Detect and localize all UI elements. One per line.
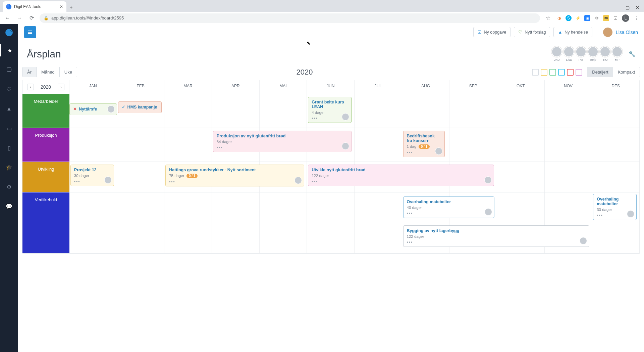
timeline-rows: Medarbeider✕Nyttårsfe✓HMS kampanjeGrønt … xyxy=(22,94,640,253)
sidebar-item-idea[interactable]: ♡ xyxy=(0,83,18,95)
density-option[interactable]: Kompakt xyxy=(613,67,640,77)
ext-icon-1[interactable]: ◑ xyxy=(556,15,562,21)
menu-icon[interactable]: ⋮ xyxy=(633,15,641,21)
svg-point-0 xyxy=(5,29,13,36)
ext-icon-bolt[interactable]: ⚡ xyxy=(575,15,581,21)
member[interactable]: TIO xyxy=(600,46,610,61)
calendar-icon: ▭ xyxy=(7,125,12,132)
card-title: ✓HMS kampanje xyxy=(122,104,158,109)
member[interactable]: MP xyxy=(612,46,623,61)
card-meta: 122 dager xyxy=(407,234,586,238)
controls-row: ÅrMånedUke 2020 DetaljertKompakt xyxy=(18,64,644,80)
hamburger-button[interactable] xyxy=(24,26,36,38)
page-title: Årsplan xyxy=(27,48,61,60)
new-suggestion-button[interactable]: ♡ Nytt forslag xyxy=(514,27,550,37)
more-dots-icon[interactable]: ••• xyxy=(407,240,586,245)
ext-icon-video[interactable]: ▣ xyxy=(584,15,590,21)
more-dots-icon[interactable]: ••• xyxy=(407,211,491,216)
color-chip[interactable] xyxy=(549,69,556,76)
cogs-icon: ⚙ xyxy=(7,184,11,190)
task-card[interactable]: ✕Nyttårsfe xyxy=(69,103,117,115)
new-tab-button[interactable]: + xyxy=(66,3,76,12)
window-controls: — ▢ ✕ xyxy=(615,5,644,12)
member[interactable]: Terje xyxy=(588,46,598,61)
card-avatar-icon xyxy=(294,177,302,184)
sidebar-item-star[interactable]: ★ xyxy=(0,44,18,56)
lightbulb-icon: ♡ xyxy=(7,86,11,93)
card-avatar-icon xyxy=(342,142,349,150)
close-tab-icon[interactable]: ✕ xyxy=(60,4,63,9)
task-card[interactable]: Overhaling matebelter30 dager••• xyxy=(593,194,637,220)
url-input[interactable]: 🔒 app.digilean.tools/#/index/board/2595 xyxy=(40,13,540,23)
lightbulb-icon: ♡ xyxy=(518,30,522,35)
sidebar-item-monitor[interactable]: 🖵 xyxy=(0,64,18,76)
extensions: ◑ S ⚡ ▣ ⚙ 38 ⚿ L ⋮ xyxy=(556,14,641,22)
close-window-icon[interactable]: ✕ xyxy=(636,5,639,10)
view-option[interactable]: Måned xyxy=(37,67,60,77)
view-option[interactable]: Uke xyxy=(60,67,77,77)
card-title: Prosjekt 12 xyxy=(74,168,110,172)
row-label: Medarbeider xyxy=(22,94,69,128)
month-header: MAR xyxy=(164,80,212,94)
card-meta: 122 dager xyxy=(312,174,490,178)
sidebar-item-doc[interactable]: ▯ xyxy=(0,142,18,154)
view-toggle: ÅrMånedUke xyxy=(22,67,77,77)
sidebar-item-settings[interactable]: ⚙ xyxy=(0,181,18,193)
member[interactable]: Per xyxy=(576,46,586,61)
warning-icon: ▲ xyxy=(6,106,12,112)
task-card[interactable]: Prosjekt 1230 dager••• xyxy=(70,165,114,186)
card-title: Overhaling matebelter xyxy=(597,197,633,206)
minimize-icon[interactable]: — xyxy=(615,5,620,10)
task-card[interactable]: Grønt belte kurs LEAN4 dager••• xyxy=(308,97,352,123)
color-chip[interactable] xyxy=(532,69,539,76)
color-chip[interactable] xyxy=(558,69,565,76)
status-icon: ✕ xyxy=(73,106,77,112)
ext-icon-skype[interactable]: S xyxy=(566,15,572,21)
prev-year-button[interactable]: ‹ xyxy=(27,84,34,90)
task-card[interactable]: Bygging av nytt lagerbygg122 dager••• xyxy=(403,225,589,247)
task-card[interactable]: Utvikle nytt glutenfritt brød122 dager••… xyxy=(308,165,494,186)
sidebar-item-chat[interactable]: 💬 xyxy=(0,200,18,212)
settings-wrench-icon[interactable]: 🔧 xyxy=(629,51,635,57)
star-icon[interactable]: ☆ xyxy=(544,15,552,21)
ext-icon-cal[interactable]: 38 xyxy=(603,15,609,21)
card-title: Utvikle nytt glutenfritt brød xyxy=(312,168,490,172)
maximize-icon[interactable]: ▢ xyxy=(626,5,630,10)
timeline-header: ‹2020›JANFEBMARAPRMAIJUNJULAUGSEPOKTNOVD… xyxy=(22,80,640,94)
new-event-button[interactable]: ▲ Ny hendelse xyxy=(553,27,592,37)
back-button[interactable]: ← xyxy=(3,15,11,21)
color-chip[interactable] xyxy=(576,69,582,76)
color-chip[interactable] xyxy=(541,69,547,76)
task-card[interactable]: ✓HMS kampanje xyxy=(118,101,162,113)
ext-icon-gear[interactable]: ⚙ xyxy=(594,15,600,21)
more-dots-icon[interactable]: ••• xyxy=(312,179,490,184)
task-card[interactable]: Bedriftsbesøk fra konsern1 dag 0 / 1••• xyxy=(403,131,445,157)
row-label: Vedlikehold xyxy=(22,192,69,253)
task-card[interactable]: Overhaling matebelter40 dager••• xyxy=(403,196,494,218)
task-card[interactable]: Hattings grove rundstykker - Nytt sortim… xyxy=(165,165,304,186)
sidebar-item-warning[interactable]: ▲ xyxy=(0,103,18,115)
more-dots-icon[interactable]: ••• xyxy=(217,145,348,150)
view-option[interactable]: År xyxy=(22,67,37,77)
new-task-button[interactable]: ☑ Ny oppgave xyxy=(473,27,511,37)
timeline-row: ProduksjonProduksjon av nytt glutenfritt… xyxy=(22,128,640,162)
ext-icon-key[interactable]: ⚿ xyxy=(612,15,619,21)
member[interactable]: JKD xyxy=(551,46,562,61)
profile-icon[interactable]: L xyxy=(622,14,629,22)
browser-tab[interactable]: DigiLEAN.tools ✕ xyxy=(3,1,66,12)
next-year-button[interactable]: › xyxy=(58,84,64,90)
member-name: Terje xyxy=(590,58,596,61)
density-option[interactable]: Detaljert xyxy=(587,67,613,77)
member-name: Per xyxy=(579,58,583,61)
task-card[interactable]: Produksjon av nytt glutenfritt brød84 da… xyxy=(213,131,352,152)
more-dots-icon[interactable]: ••• xyxy=(169,179,301,184)
member[interactable]: Lisa xyxy=(564,46,574,61)
sidebar-item-learn[interactable]: 🎓 xyxy=(0,161,18,173)
member-name: JKD xyxy=(554,58,559,61)
user-chip[interactable]: Lisa Olsen xyxy=(603,28,638,37)
reload-button[interactable]: ⟳ xyxy=(28,15,36,21)
sidebar-item-calendar[interactable]: ▭ xyxy=(0,122,18,134)
card-meta: 4 dager xyxy=(312,111,348,115)
forward-button[interactable]: → xyxy=(15,15,23,21)
color-chip[interactable] xyxy=(567,69,574,76)
